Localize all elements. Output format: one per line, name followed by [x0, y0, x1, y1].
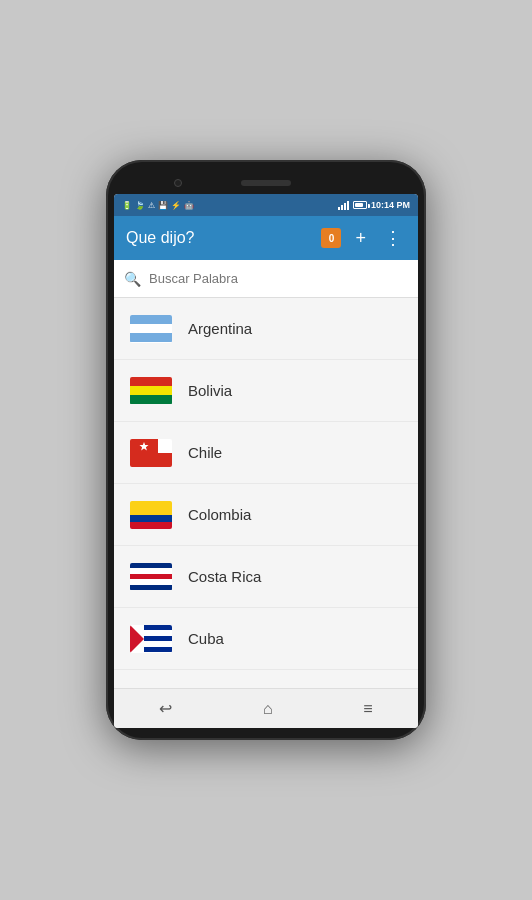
status-icons-right: 10:14 PM — [338, 200, 410, 210]
phone-top-bar — [114, 172, 418, 194]
list-item[interactable]: Argentina — [114, 298, 418, 360]
app-title: Que dijo? — [126, 229, 311, 247]
svg-marker-0 — [140, 442, 149, 451]
warning-icon: ⚠ — [148, 201, 155, 210]
country-name-bolivia: Bolivia — [188, 382, 232, 399]
add-button[interactable]: + — [351, 226, 370, 251]
status-time: 10:14 PM — [371, 200, 410, 210]
search-input[interactable] — [149, 271, 408, 286]
country-name-costarica: Costa Rica — [188, 568, 261, 585]
search-bar: 🔍 — [114, 260, 418, 298]
status-icons-left: 🔋 🍃 ⚠ 💾 ⚡ 🤖 — [122, 201, 194, 210]
sd-icon: 💾 — [158, 201, 168, 210]
recents-button[interactable]: ≡ — [349, 694, 386, 724]
flag-bolivia — [130, 377, 172, 405]
leaf-icon: 🍃 — [135, 201, 145, 210]
speaker — [241, 180, 291, 186]
toolbar: Que dijo? 0 + ⋮ — [114, 216, 418, 260]
country-list: Argentina Bolivia — [114, 298, 418, 688]
bottom-nav: ↩ ⌂ ≡ — [114, 688, 418, 728]
list-item[interactable]: Costa Rica — [114, 546, 418, 608]
list-item[interactable]: Bolivia — [114, 360, 418, 422]
flag-costarica — [130, 563, 172, 591]
flag-argentina — [130, 315, 172, 343]
flag-chile — [130, 439, 172, 467]
status-bar: 🔋 🍃 ⚠ 💾 ⚡ 🤖 — [114, 194, 418, 216]
menu-button[interactable]: ⋮ — [380, 225, 406, 251]
battery-level-icon — [353, 201, 367, 209]
country-name-colombia: Colombia — [188, 506, 251, 523]
android-icon: 🤖 — [184, 201, 194, 210]
list-item[interactable]: Cuba — [114, 608, 418, 670]
country-name-chile: Chile — [188, 444, 222, 461]
phone-screen: 🔋 🍃 ⚠ 💾 ⚡ 🤖 — [114, 194, 418, 728]
home-button[interactable]: ⌂ — [249, 694, 287, 724]
list-item[interactable]: Colombia — [114, 484, 418, 546]
list-item[interactable]: Chile — [114, 422, 418, 484]
chile-star — [139, 441, 149, 451]
usb-icon: ⚡ — [171, 201, 181, 210]
wifi-icon — [338, 200, 349, 210]
score-badge[interactable]: 0 — [321, 228, 341, 248]
camera — [174, 179, 182, 187]
flag-cuba — [130, 625, 172, 653]
country-name-cuba: Cuba — [188, 630, 224, 647]
battery-icon: 🔋 — [122, 201, 132, 210]
back-button[interactable]: ↩ — [145, 693, 186, 724]
country-name-argentina: Argentina — [188, 320, 252, 337]
phone-frame: 🔋 🍃 ⚠ 💾 ⚡ 🤖 — [106, 160, 426, 740]
flag-colombia — [130, 501, 172, 529]
search-icon: 🔍 — [124, 271, 141, 287]
